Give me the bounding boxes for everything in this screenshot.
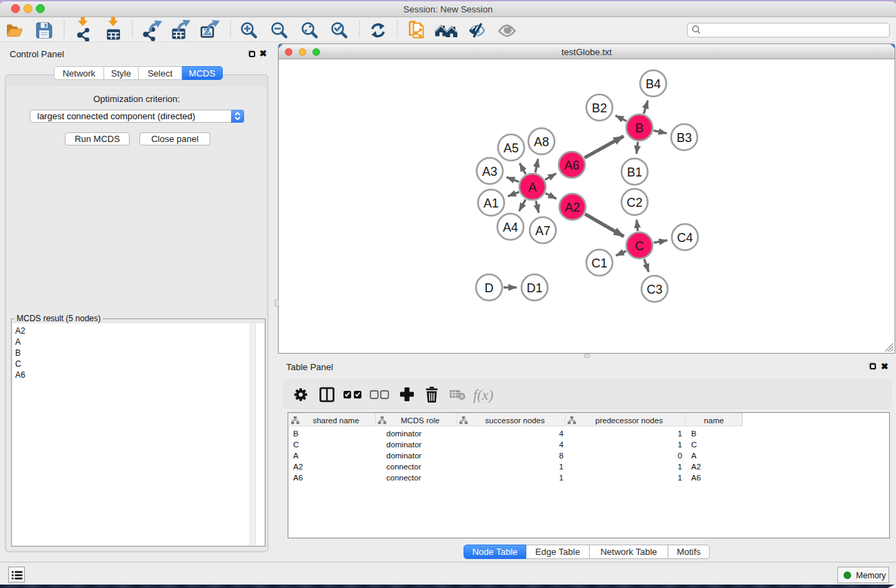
svg-text:1: 1: [559, 463, 564, 471]
svg-text:A8: A8: [534, 135, 549, 149]
svg-text:D: D: [485, 281, 494, 295]
svg-text:A2: A2: [691, 463, 701, 471]
svg-text:f(x): f(x): [473, 387, 493, 403]
svg-text:B2: B2: [592, 101, 607, 115]
svg-text:4: 4: [559, 440, 564, 449]
svg-text:B4: B4: [646, 77, 661, 91]
svg-text:B3: B3: [677, 131, 692, 145]
svg-text:B: B: [293, 429, 299, 438]
svg-text:C3: C3: [646, 283, 662, 296]
svg-text:C: C: [691, 440, 697, 449]
svg-text:A2: A2: [565, 201, 580, 214]
svg-text:name: name: [704, 416, 724, 425]
svg-text:A6: A6: [564, 159, 579, 172]
svg-text:1: 1: [678, 474, 682, 482]
svg-text:shared name: shared name: [312, 416, 359, 425]
svg-text:B1: B1: [627, 165, 642, 179]
svg-text:A: A: [691, 452, 697, 460]
svg-text:A6: A6: [691, 474, 701, 482]
svg-text:dominator: dominator: [386, 452, 421, 460]
svg-text:A1: A1: [484, 196, 499, 210]
svg-text:0: 0: [678, 452, 682, 460]
svg-text:predecessor nodes: predecessor nodes: [595, 416, 663, 425]
svg-text:D1: D1: [526, 281, 542, 295]
svg-text:A7: A7: [535, 224, 550, 238]
svg-text:A5: A5: [504, 141, 519, 155]
svg-text:A2: A2: [293, 463, 303, 471]
svg-text:1: 1: [678, 440, 682, 449]
svg-text:C: C: [635, 239, 644, 253]
svg-text:C2: C2: [626, 196, 642, 210]
svg-text:1: 1: [678, 429, 682, 438]
svg-text:A: A: [293, 452, 299, 460]
svg-text:C1: C1: [591, 256, 607, 270]
svg-text:1: 1: [678, 463, 682, 471]
svg-text:C4: C4: [677, 231, 693, 245]
svg-text:B: B: [691, 429, 697, 438]
svg-text:B: B: [635, 121, 644, 135]
svg-text:A6: A6: [293, 474, 303, 482]
svg-text:dominator: dominator: [386, 440, 421, 449]
svg-text:A4: A4: [503, 221, 518, 234]
svg-text:8: 8: [559, 452, 564, 460]
svg-text:MCDS role: MCDS role: [401, 416, 439, 425]
svg-text:4: 4: [559, 429, 564, 438]
svg-text:connector: connector: [386, 474, 421, 482]
svg-text:A: A: [528, 181, 537, 194]
svg-text:A3: A3: [482, 165, 497, 179]
svg-text:C: C: [293, 440, 299, 449]
svg-text:successor nodes: successor nodes: [485, 416, 545, 425]
svg-text:connector: connector: [386, 463, 421, 471]
svg-text:dominator: dominator: [386, 429, 421, 438]
svg-text:1: 1: [559, 474, 564, 482]
